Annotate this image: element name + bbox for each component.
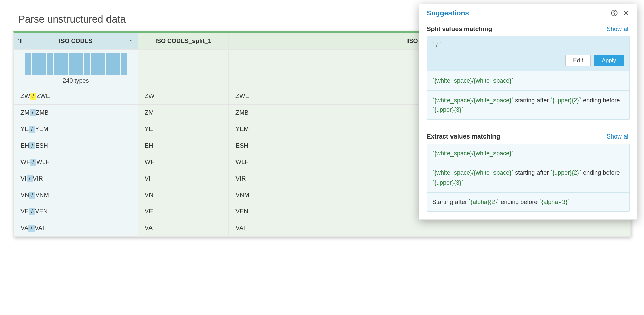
suggestion-item[interactable]: `{white_space}/{white_space}` starting a… — [427, 91, 629, 120]
cell-original: VN·/·VNM — [14, 187, 138, 203]
section-header: Extract values matchingShow all — [427, 133, 630, 140]
svg-point-1 — [614, 14, 615, 15]
suggestion-item[interactable]: `{white_space}/{white_space}` starting a… — [427, 163, 629, 193]
suggestion-text: `{white_space}/{white_space}` — [432, 149, 624, 158]
workspace: T ISO CODES ISO CODES_split_1 ISO CODES_… — [13, 31, 631, 237]
column-label: ISO CODES_split_1 — [155, 38, 211, 45]
panel-title: Suggestions — [427, 9, 607, 17]
section-header: Split values matchingShow all — [427, 25, 630, 33]
panel-header: Suggestions — [419, 4, 637, 23]
suggestion-group: `{white_space}/{white_space}``{white_spa… — [427, 144, 630, 212]
cell-split-1: ZW — [138, 88, 229, 104]
cell-split-1: EH — [138, 137, 229, 154]
cell-split-1: YE — [138, 121, 229, 137]
cell-original: VE·/·VEN — [14, 203, 138, 220]
column-label: ISO CODES — [59, 38, 92, 45]
suggestion-item[interactable]: `{white_space}/{white_space}` — [427, 144, 629, 163]
cell-original: YE·/·YEM — [14, 121, 138, 137]
section-title: Extract values matching — [427, 133, 607, 140]
column-header-split-1[interactable]: ISO CODES_split_1 — [138, 33, 229, 49]
cell-split-1: VN — [138, 187, 229, 203]
cell-split-1: WF — [138, 154, 229, 170]
panel-body: Split values matchingShow all` / `EditAp… — [419, 23, 637, 219]
suggestion-text: Starting after `{alpha}{2}` ending befor… — [432, 197, 624, 207]
section-divider — [427, 128, 630, 128]
suggestion-item[interactable]: ` / `EditApply — [427, 36, 629, 71]
cell-original: ZW·/·ZWE — [14, 88, 138, 104]
suggestion-text: ` / ` — [432, 40, 624, 50]
cell-original: ZM·/·ZMB — [14, 105, 138, 121]
summary-cell — [138, 50, 229, 88]
cell-original: WF·/·WLF — [14, 154, 138, 170]
types-count-label: 240 types — [20, 77, 131, 84]
suggestion-item[interactable]: Starting after `{alpha}{2}` ending befor… — [427, 193, 629, 212]
suggestion-item[interactable]: `{white_space}/{white_space}` — [427, 71, 629, 91]
type-text-icon: T — [18, 37, 23, 45]
cell-split-1: VE — [138, 203, 229, 220]
cell-split-1: ZM — [138, 105, 229, 121]
help-icon[interactable] — [611, 9, 618, 17]
summary-histogram[interactable]: 240 types — [14, 50, 138, 88]
column-header-iso-codes[interactable]: T ISO CODES — [14, 33, 138, 49]
show-all-link[interactable]: Show all — [607, 133, 630, 140]
section-title: Split values matching — [427, 25, 607, 33]
edit-button[interactable]: Edit — [565, 55, 591, 66]
suggestion-actions: EditApply — [432, 55, 624, 66]
cell-original: VA·/·VAT — [14, 220, 138, 236]
show-all-link[interactable]: Show all — [607, 26, 630, 33]
histogram-bars — [20, 52, 131, 76]
chevron-down-icon[interactable] — [128, 38, 133, 45]
suggestion-text: `{white_space}/{white_space}` starting a… — [432, 95, 624, 115]
suggestion-text: `{white_space}/{white_space}` — [432, 76, 624, 86]
cell-split-1: VA — [138, 220, 229, 236]
cell-original: VI·/·VIR — [14, 170, 138, 187]
cell-split-2: VAT — [229, 220, 630, 236]
suggestion-group: ` / `EditApply`{white_space}/{white_spac… — [427, 36, 630, 120]
apply-button[interactable]: Apply — [594, 55, 624, 66]
suggestion-text: `{white_space}/{white_space}` starting a… — [432, 168, 624, 188]
suggestions-panel: Suggestions Split values matchingShow al… — [419, 4, 637, 220]
cell-split-1: VI — [138, 170, 229, 187]
table-row[interactable]: VA·/·VATVAVAT — [14, 220, 630, 236]
cell-original: EH·/·ESH — [14, 137, 138, 154]
close-icon[interactable] — [622, 9, 630, 17]
